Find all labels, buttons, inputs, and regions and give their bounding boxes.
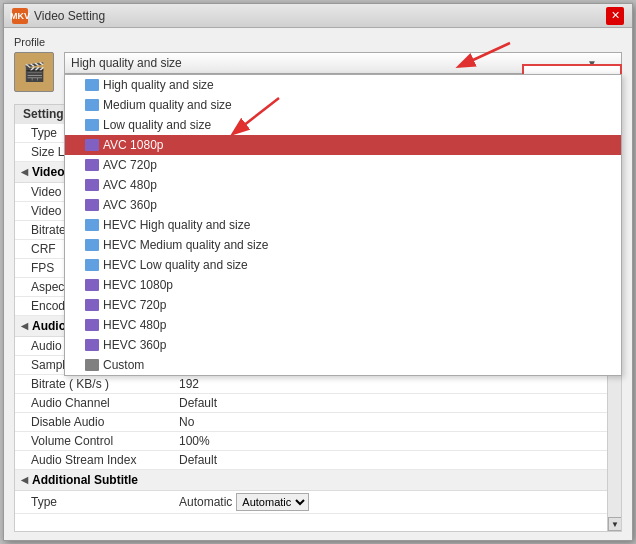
dropdown-item-label-13: HEVC 360p bbox=[103, 338, 166, 352]
dropdown-item-label-1: Medium quality and size bbox=[103, 98, 232, 112]
item-icon-3 bbox=[85, 139, 99, 151]
window-icon: MKV bbox=[12, 8, 28, 24]
dropdown-item-2[interactable]: Low quality and size bbox=[65, 115, 621, 135]
dropdown-item-label-8: HEVC Medium quality and size bbox=[103, 238, 268, 252]
title-bar-left: MKV Video Setting bbox=[12, 8, 105, 24]
dropdown-item-8[interactable]: HEVC Medium quality and size bbox=[65, 235, 621, 255]
title-bar: MKV Video Setting ✕ bbox=[4, 4, 632, 28]
item-icon-6 bbox=[85, 199, 99, 211]
video-collapse-icon: ◀ bbox=[21, 167, 28, 177]
dropdown-item-label-11: HEVC 720p bbox=[103, 298, 166, 312]
dropdown-item-label-10: HEVC 1080p bbox=[103, 278, 173, 292]
item-icon-7 bbox=[85, 219, 99, 231]
main-window: MKV Video Setting ✕ Profile 🎬 High quali… bbox=[3, 3, 633, 541]
dropdown-item-label-5: AVC 480p bbox=[103, 178, 157, 192]
dropdown-item-11[interactable]: HEVC 720p bbox=[65, 295, 621, 315]
item-icon-12 bbox=[85, 319, 99, 331]
item-icon-4 bbox=[85, 159, 99, 171]
subtitle-type-label: Type bbox=[15, 491, 175, 513]
item-icon-2 bbox=[85, 119, 99, 131]
dropdown-item-13[interactable]: HEVC 360p bbox=[65, 335, 621, 355]
settings-row-volumecontrol: Volume Control 100% bbox=[15, 432, 607, 451]
audiostreamindex-value: Default bbox=[175, 451, 607, 469]
profile-selected-value: High quality and size bbox=[71, 56, 182, 70]
dropdown-item-6[interactable]: AVC 360p bbox=[65, 195, 621, 215]
subtitle-collapse-icon: ◀ bbox=[21, 475, 28, 485]
subtitle-type-dropdown[interactable]: Automatic bbox=[236, 493, 309, 511]
item-icon-11 bbox=[85, 299, 99, 311]
item-icon-14 bbox=[85, 359, 99, 371]
dropdown-item-9[interactable]: HEVC Low quality and size bbox=[65, 255, 621, 275]
dropdown-item-label-2: Low quality and size bbox=[103, 118, 211, 132]
subtitle-type-value: Automatic Automatic bbox=[175, 491, 607, 513]
disableaudio-value: No bbox=[175, 413, 607, 431]
dropdown-item-3[interactable]: AVC 1080p bbox=[65, 135, 621, 155]
subtitle-section-header: ◀ Additional Subtitle bbox=[15, 470, 607, 491]
volumecontrol-label: Volume Control bbox=[15, 432, 175, 450]
content-area: Profile 🎬 High quality and size ▼ High q… bbox=[4, 28, 632, 540]
dropdown-item-4[interactable]: AVC 720p bbox=[65, 155, 621, 175]
dropdown-item-5[interactable]: AVC 480p bbox=[65, 175, 621, 195]
profile-dropdown-menu: High quality and size Medium quality and… bbox=[64, 74, 622, 376]
settings-row-audiochannel: Audio Channel Default bbox=[15, 394, 607, 413]
item-icon-0 bbox=[85, 79, 99, 91]
dropdown-item-10[interactable]: HEVC 1080p bbox=[65, 275, 621, 295]
dropdown-item-7[interactable]: HEVC High quality and size bbox=[65, 215, 621, 235]
audiobitrate-label: Bitrate ( KB/s ) bbox=[15, 375, 175, 393]
settings-row-audiobitrate: Bitrate ( KB/s ) 192 bbox=[15, 375, 607, 394]
item-icon-13 bbox=[85, 339, 99, 351]
close-button[interactable]: ✕ bbox=[606, 7, 624, 25]
dropdown-item-label-7: HEVC High quality and size bbox=[103, 218, 250, 232]
item-icon-1 bbox=[85, 99, 99, 111]
dropdown-item-1[interactable]: Medium quality and size bbox=[65, 95, 621, 115]
dropdown-item-label-9: HEVC Low quality and size bbox=[103, 258, 248, 272]
item-icon-10 bbox=[85, 279, 99, 291]
settings-row-audiostreamindex: Audio Stream Index Default bbox=[15, 451, 607, 470]
volumecontrol-value: 100% bbox=[175, 432, 607, 450]
audiochannel-label: Audio Channel bbox=[15, 394, 175, 412]
settings-row-subtitle-type: Type Automatic Automatic bbox=[15, 491, 607, 514]
audiochannel-value: Default bbox=[175, 394, 607, 412]
item-icon-9 bbox=[85, 259, 99, 271]
item-icon-5 bbox=[85, 179, 99, 191]
dropdown-item-label-3: AVC 1080p bbox=[103, 138, 164, 152]
profile-icon: 🎬 bbox=[14, 52, 54, 92]
audiobitrate-value: 192 bbox=[175, 375, 607, 393]
dropdown-item-label-0: High quality and size bbox=[103, 78, 214, 92]
dropdown-item-label-14: Custom bbox=[103, 358, 144, 372]
dropdown-item-label-6: AVC 360p bbox=[103, 198, 157, 212]
scroll-down-button[interactable]: ▼ bbox=[608, 517, 622, 531]
audiostreamindex-label: Audio Stream Index bbox=[15, 451, 175, 469]
settings-row-disableaudio: Disable Audio No bbox=[15, 413, 607, 432]
subtitle-section-label: Additional Subtitle bbox=[32, 473, 138, 487]
window-title: Video Setting bbox=[34, 9, 105, 23]
dropdown-item-label-4: AVC 720p bbox=[103, 158, 157, 172]
dropdown-item-12[interactable]: HEVC 480p bbox=[65, 315, 621, 335]
dropdown-item-14[interactable]: Custom bbox=[65, 355, 621, 375]
dropdown-item-label-12: HEVC 480p bbox=[103, 318, 166, 332]
red-arrow-decoration bbox=[450, 38, 520, 73]
dropdown-item-0[interactable]: High quality and size bbox=[65, 75, 621, 95]
disableaudio-label: Disable Audio bbox=[15, 413, 175, 431]
audio-collapse-icon: ◀ bbox=[21, 321, 28, 331]
dropdown-arrow-decoration bbox=[219, 93, 289, 143]
item-icon-8 bbox=[85, 239, 99, 251]
profile-label: Profile bbox=[14, 36, 622, 48]
